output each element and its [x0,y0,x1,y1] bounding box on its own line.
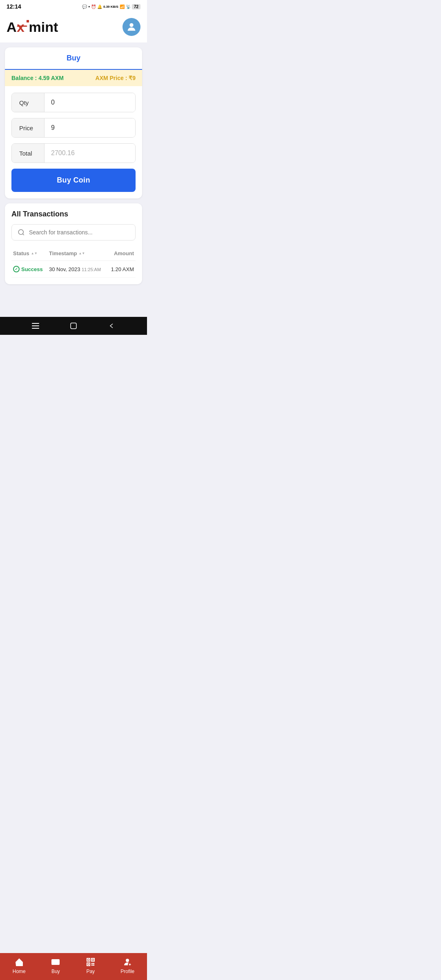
bottom-nav: Home Buy Pay Profi [0,953,147,980]
status-badge: ✓ Success [13,266,46,272]
nav-profile-label: Profile [120,969,134,974]
col-header-amount: Amount [107,250,134,256]
sys-back-button[interactable] [107,321,116,330]
table-header: Status ▲▼ Timestamp ▲▼ Amount [11,246,136,261]
signal-icon: 📡 [126,4,131,9]
tx-amount: 1.20 AXM [107,266,134,272]
messenger-icon: 💬 [82,4,87,9]
tx-time: 11:25:AM [82,267,101,272]
svg-rect-8 [88,959,89,960]
sys-menu-button[interactable] [31,321,40,330]
app-header: A x mint [0,13,147,42]
price-input[interactable] [45,118,136,137]
logo-dot [27,20,29,22]
col-header-status: Status ▲▼ [13,250,46,256]
tx-timestamp: 30 Nov, 2023 11:25:AM [49,266,103,272]
total-label: Total [12,144,45,163]
svg-point-2 [129,23,133,27]
svg-rect-17 [32,323,39,324]
system-nav [0,317,147,335]
network-speed: 0.39 KB/S [103,5,118,9]
search-input[interactable] [29,229,129,236]
transactions-card: All Transactions Status ▲▼ Timestamp ▲▼ … [5,203,142,284]
status-time: 12:14 [7,3,21,10]
svg-rect-10 [88,964,89,965]
nav-home[interactable]: Home [13,957,26,974]
dot-icon: • [88,4,90,9]
main-content: Buy Balance : 4.59 AXM AXM Price : ₹9 Qt… [0,42,147,317]
svg-rect-12 [93,963,94,964]
wifi-icon: 📶 [120,4,125,9]
status-bar: 12:14 💬 • ⏰ 🔔 0.39 KB/S 📶 📡 72 [0,0,147,13]
qr-icon [86,957,96,967]
qty-label: Qty [12,93,45,112]
user-icon [126,21,137,33]
svg-rect-20 [71,323,76,329]
status-icons: 💬 • ⏰ 🔔 0.39 KB/S 📶 📡 72 [82,4,140,9]
home-icon [14,957,24,967]
table-row: ✓ Success 30 Nov, 2023 11:25:AM 1.20 AXM [11,261,136,278]
qty-input[interactable] [45,93,136,112]
svg-rect-18 [32,325,39,326]
svg-rect-4 [51,959,60,965]
buy-tab-header: Buy [5,47,142,70]
total-field-row: Total [11,143,136,163]
wallet-icon [51,957,60,967]
mute-icon: 🔔 [97,4,102,9]
svg-point-3 [18,229,23,234]
nav-pay-label: Pay [86,969,95,974]
total-input[interactable] [45,144,136,163]
buy-form: Qty Price Total Buy Coin [5,86,142,198]
price-field-row: Price [11,118,136,138]
tx-date: 30 Nov, 2023 [49,266,80,272]
transactions-title: All Transactions [11,210,136,218]
battery-icon: 72 [132,4,140,9]
sys-back-icon [109,323,114,329]
svg-rect-14 [93,964,94,966]
svg-rect-19 [32,328,39,329]
profile-nav-icon [122,957,132,967]
svg-rect-9 [92,959,94,960]
profile-avatar-button[interactable] [122,18,140,36]
sort-status-icon[interactable]: ▲▼ [31,252,38,255]
buy-coin-button[interactable]: Buy Coin [11,169,136,192]
menu-icon [32,323,39,329]
axm-price-display: AXM Price : ₹9 [96,75,136,81]
nav-pay[interactable]: Pay [86,957,96,974]
col-header-timestamp: Timestamp ▲▼ [49,250,103,256]
svg-point-15 [126,959,129,962]
balance-bar: Balance : 4.59 AXM AXM Price : ₹9 [5,70,142,86]
svg-rect-13 [91,964,93,966]
status-text: Success [21,266,43,272]
search-box[interactable] [11,224,136,241]
qty-field-row: Qty [11,93,136,112]
status-check-icon: ✓ [13,266,20,272]
app-logo: A x mint [7,19,58,35]
sort-timestamp-icon[interactable]: ▲▼ [78,252,85,255]
price-label: Price [12,118,45,137]
sys-home-button[interactable] [69,321,78,330]
alarm-icon: ⏰ [91,4,96,9]
nav-home-label: Home [13,969,26,974]
svg-rect-11 [91,963,93,964]
nav-profile[interactable]: Profile [120,957,134,974]
nav-buy-label: Buy [51,969,60,974]
buy-card: Buy Balance : 4.59 AXM AXM Price : ₹9 Qt… [5,47,142,198]
buy-tab-label: Buy [67,54,80,62]
logo-mint: mint [29,19,58,35]
search-icon [18,229,25,236]
logo-a: A [7,19,17,35]
sys-home-icon [70,323,77,329]
nav-buy[interactable]: Buy [51,957,60,974]
balance-display: Balance : 4.59 AXM [11,75,64,81]
